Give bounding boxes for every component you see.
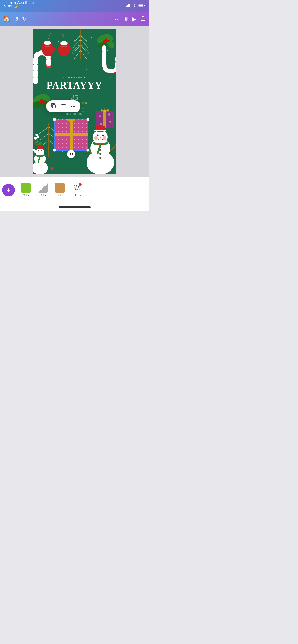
share-button[interactable]	[140, 16, 146, 23]
svg-rect-7	[139, 4, 143, 6]
svg-point-11	[60, 41, 68, 45]
bottom-toolbar: + Color Color Color Effects	[0, 177, 149, 203]
crown-button[interactable]: ♛	[124, 16, 129, 22]
svg-text:PARTAYYY: PARTAYYY	[47, 80, 102, 91]
color-swatch-white-gray	[38, 183, 48, 193]
svg-point-59	[35, 134, 38, 136]
svg-point-84	[41, 150, 42, 151]
svg-text:♥: ♥	[50, 165, 53, 172]
svg-point-27	[103, 40, 106, 43]
design-canvas[interactable]: JOIN US FOR A PARTAYYY 25 DECEMBER 123 N…	[33, 29, 116, 174]
back-chevron-icon: ◀	[10, 1, 12, 5]
color-swatch-green	[21, 183, 31, 193]
duplicate-button[interactable]	[51, 103, 56, 110]
home-bar	[59, 206, 91, 208]
svg-rect-3	[129, 4, 130, 7]
resize-handle-tl[interactable]	[53, 118, 56, 121]
svg-point-34	[39, 102, 42, 104]
wifi-icon	[132, 4, 137, 8]
more-options-button[interactable]: •••	[115, 17, 120, 21]
home-indicator	[0, 203, 149, 211]
battery-icon	[138, 4, 145, 8]
svg-rect-0	[126, 6, 127, 7]
add-element-button[interactable]: +	[2, 184, 15, 196]
gift-box	[55, 119, 88, 150]
canvas-area: JOIN US FOR A PARTAYYY 25 DECEMBER 123 N…	[0, 26, 149, 177]
svg-point-76	[99, 157, 101, 159]
svg-point-75	[99, 153, 101, 155]
svg-point-57	[34, 137, 37, 140]
context-menu: •••	[46, 100, 80, 112]
svg-rect-1	[127, 5, 128, 7]
svg-rect-69	[94, 130, 106, 131]
svg-rect-82	[37, 145, 43, 149]
more-options-context-button[interactable]: •••	[71, 104, 76, 109]
svg-point-4	[134, 6, 135, 7]
svg-point-45	[108, 113, 110, 116]
color-tool-green[interactable]: Color	[18, 182, 34, 198]
svg-rect-87	[62, 105, 65, 108]
home-button[interactable]: 🏠	[3, 16, 10, 22]
svg-point-26	[107, 40, 110, 42]
redo-button[interactable]: ↻	[22, 16, 27, 22]
effects-icon	[72, 183, 82, 193]
svg-point-70	[97, 135, 99, 136]
status-icons	[126, 4, 145, 8]
svg-point-83	[38, 150, 39, 151]
effects-tool[interactable]: Effects	[69, 182, 85, 198]
svg-point-91	[74, 185, 75, 186]
undo-button[interactable]: ↺	[14, 16, 19, 22]
svg-line-14	[80, 36, 87, 42]
svg-point-47	[100, 123, 102, 125]
svg-text:JOIN US FOR A: JOIN US FOR A	[63, 76, 85, 79]
selected-element[interactable]: ↻	[54, 119, 88, 151]
signal-icon	[126, 4, 131, 8]
svg-rect-86	[52, 105, 55, 108]
color-tool-tan[interactable]: Color	[52, 182, 68, 198]
effects-notification-dot	[79, 183, 82, 186]
resize-handle-br[interactable]	[86, 149, 89, 152]
svg-point-9	[44, 41, 51, 45]
svg-rect-2	[128, 4, 129, 7]
svg-text:(123) 456-7890: (123) 456-7890	[66, 113, 83, 115]
play-button[interactable]: ▶	[132, 16, 136, 22]
svg-point-74	[99, 149, 101, 151]
resize-handle-bl[interactable]	[53, 149, 56, 152]
svg-point-73	[103, 136, 106, 140]
svg-point-92	[79, 189, 80, 190]
svg-point-62	[33, 149, 35, 151]
color-tool-white-gray[interactable]: Color	[35, 182, 51, 198]
svg-rect-6	[144, 5, 145, 6]
rotate-handle[interactable]: ↻	[67, 150, 75, 158]
svg-point-72	[94, 136, 98, 140]
svg-point-43	[99, 115, 101, 117]
svg-point-46	[109, 121, 111, 123]
color-swatch-tan	[55, 183, 65, 193]
svg-line-13	[74, 36, 80, 42]
delete-button[interactable]	[61, 103, 66, 110]
app-store-back[interactable]: ◀ ◀ App Store	[10, 1, 34, 5]
svg-point-33	[42, 101, 46, 104]
resize-handle-tr[interactable]	[86, 118, 89, 121]
svg-point-71	[102, 135, 104, 136]
